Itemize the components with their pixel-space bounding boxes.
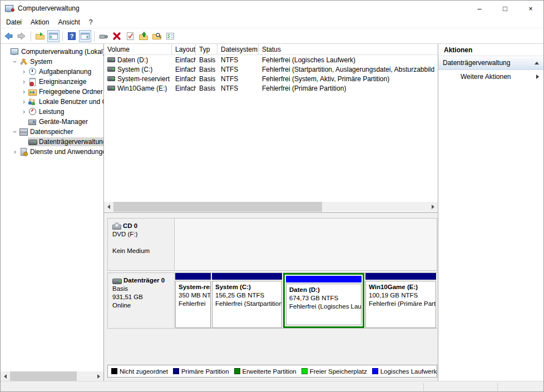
tree-item-datenspeicher[interactable]: ›Datenspeicher: [1, 127, 103, 137]
properties-check-icon[interactable]: [124, 30, 136, 42]
scroll-right-icon[interactable]: [94, 371, 103, 381]
tree-item-ereignisanzeige[interactable]: ›Ereignisanzeige: [1, 77, 103, 87]
cell-volume: System (C:): [104, 66, 172, 73]
disk0-row: Datenträger 0 Basis 931,51 GB Online Sys…: [107, 272, 437, 329]
column-header-dateisystem[interactable]: Dateisystem: [217, 44, 259, 54]
volume-list-rows: Daten (D:)EinfachBasisNTFSFehlerfrei (Lo…: [104, 55, 438, 93]
table-row[interactable]: System-reserviertEinfachBasisNTFSFehlerf…: [104, 74, 438, 83]
partition-daten-d[interactable]: Daten (D:)674,73 GB NTFSFehlerfrei (Logi…: [283, 273, 364, 328]
scroll-left-icon[interactable]: [1, 371, 10, 381]
partition-system-c[interactable]: System (C:)156,25 GB NTFSFehlerfrei (Sta…: [212, 273, 282, 328]
cell-layout: Einfach: [172, 56, 196, 64]
legend-color-swatch: [301, 368, 308, 374]
device-icon[interactable]: [97, 30, 110, 42]
column-header-status[interactable]: Status: [259, 44, 438, 54]
chevron-right-icon[interactable]: ›: [11, 147, 19, 157]
chevron-right-icon[interactable]: ›: [20, 97, 28, 107]
scroll-right-icon[interactable]: [428, 202, 438, 212]
tree-item-label: System: [30, 58, 52, 66]
show-action-pane-icon[interactable]: [79, 30, 91, 42]
chevron-down-icon[interactable]: ›: [10, 128, 20, 136]
tree-item-freigegebene-ordner[interactable]: ›Freigegebene Ordner: [1, 87, 103, 97]
partition-size: 350 MB NTFS: [179, 291, 208, 300]
help-icon[interactable]: ?: [66, 30, 78, 42]
chevron-right-icon[interactable]: ›: [20, 67, 28, 77]
tree-horizontal-scrollbar[interactable]: [1, 371, 103, 381]
partition-color-bar: [212, 273, 282, 280]
volume-name: Win10Game (E:): [107, 85, 172, 92]
main-area: ›Computerverwaltung (Lokal)›System›Aufga…: [1, 44, 544, 381]
menu-item-datei[interactable]: Datei: [2, 17, 26, 27]
tree-item-datentr-gerverwaltung[interactable]: ›Datenträgerverwaltung: [1, 137, 103, 147]
tree-item-dienste-und-anwendungen[interactable]: ›Dienste und Anwendungen: [1, 147, 103, 157]
actions-group-label: Datenträgerverwaltung: [443, 59, 535, 67]
eventlog-icon: [28, 78, 37, 86]
legend-item-erweiterte-partition: Erweiterte Partition: [234, 368, 296, 375]
services-icon: [19, 148, 28, 156]
tree-item-leistung[interactable]: ›Leistung: [1, 107, 103, 117]
scroll-left-icon[interactable]: [104, 202, 113, 212]
legend-item-logisches-laufwerk: Logisches Laufwerk: [372, 368, 437, 375]
column-header-typ[interactable]: Typ: [196, 44, 217, 54]
tree-item-lokale-benutzer-und-gruppen[interactable]: ›Lokale Benutzer und Gruppen: [1, 97, 103, 107]
partition-system-reserviert[interactable]: System-reserviert350 MB NTFSFehlerfrei: [175, 273, 211, 328]
collapse-icon[interactable]: [535, 62, 539, 64]
graphical-view-pane: CD 0 DVD (F:) Kein Medium Datenträger 0 …: [104, 212, 438, 381]
toolbar-separator: [31, 31, 31, 41]
tree-item-label: Leistung: [39, 108, 64, 116]
disk0-size: 931,51 GB: [112, 293, 171, 301]
chevron-right-icon[interactable]: ›: [20, 107, 28, 117]
volume-label: Win10Game (E:): [117, 85, 167, 92]
list-scrollbar-thumb[interactable]: [113, 202, 322, 212]
table-row[interactable]: System (C:)EinfachBasisNTFSFehlerfrei (S…: [104, 64, 438, 74]
partition-info-box: Win10Game (E:)100,19 GB NTFSFehlerfrei (…: [365, 281, 436, 328]
legend-color-swatch: [234, 368, 240, 374]
menu-item-aktion[interactable]: Aktion: [26, 17, 53, 27]
actions-item-more-actions[interactable]: Weitere Aktionen: [438, 70, 544, 83]
table-row[interactable]: Win10Game (E:)EinfachBasisNTFSFehlerfrei…: [104, 83, 438, 93]
cell-status: Fehlerfrei (Primäre Partition): [259, 85, 438, 92]
chevron-down-icon[interactable]: ›: [10, 58, 20, 66]
up-folder-icon[interactable]: [137, 30, 150, 42]
menu-item-item[interactable]: ?: [85, 17, 97, 27]
sharedfolder-icon: [28, 88, 37, 96]
partition-win10game-e[interactable]: Win10Game (E:)100,19 GB NTFSFehlerfrei (…: [365, 273, 436, 328]
tree-item-body: Datenspeicher: [19, 127, 75, 136]
menu-item-ansicht[interactable]: Ansicht: [53, 17, 84, 27]
cell-typ: Basis: [196, 85, 217, 92]
tree-item-body: Aufgabenplanung: [28, 67, 93, 76]
forward-icon[interactable]: [16, 30, 28, 42]
cd-drive-header[interactable]: CD 0 DVD (F:) Kein Medium: [108, 219, 175, 270]
delete-icon[interactable]: [111, 30, 123, 42]
tree-item-body: Ereignisanzeige: [28, 77, 88, 86]
chevron-right-icon[interactable]: ›: [20, 87, 28, 97]
close-button[interactable]: ×: [518, 1, 543, 16]
list-horizontal-scrollbar[interactable]: [104, 202, 438, 212]
tree-item-system[interactable]: ›System: [1, 57, 103, 67]
legend-label: Erweiterte Partition: [243, 368, 296, 375]
tree-item-label: Aufgabenplanung: [39, 68, 91, 76]
chevron-right-icon[interactable]: ›: [20, 77, 28, 87]
task-list-icon[interactable]: [164, 30, 176, 42]
cell-volume: System-reserviert: [104, 75, 172, 83]
tree-scrollbar-thumb[interactable]: [10, 371, 77, 381]
table-row[interactable]: Daten (D:)EinfachBasisNTFSFehlerfrei (Lo…: [104, 55, 438, 64]
column-header-layout[interactable]: Layout: [172, 44, 196, 54]
export-folder-icon[interactable]: [34, 30, 46, 42]
find-folder-icon[interactable]: [151, 30, 163, 42]
cell-fs: NTFS: [217, 66, 259, 73]
tree-item-computerverwaltung-lokal[interactable]: ›Computerverwaltung (Lokal): [1, 47, 103, 57]
minimize-button[interactable]: –: [467, 1, 492, 16]
tree-item-ger-te-manager[interactable]: ›Geräte-Manager: [1, 117, 103, 127]
cell-volume: Win10Game (E:): [104, 85, 172, 92]
legend-label: Freier Speicherplatz: [310, 368, 367, 375]
partition-name: Daten (D:): [289, 286, 359, 294]
back-icon[interactable]: [2, 30, 14, 42]
maximize-button[interactable]: □: [492, 1, 518, 16]
tree-item-aufgabenplanung[interactable]: ›Aufgabenplanung: [1, 67, 103, 77]
disk0-header[interactable]: Datenträger 0 Basis 931,51 GB Online: [108, 273, 175, 328]
column-header-volume[interactable]: Volume: [104, 44, 172, 54]
show-console-tree-icon[interactable]: [47, 30, 60, 42]
actions-group-disk-management[interactable]: Datenträgerverwaltung: [438, 56, 544, 70]
partition-size: 100,19 GB NTFS: [369, 291, 433, 300]
